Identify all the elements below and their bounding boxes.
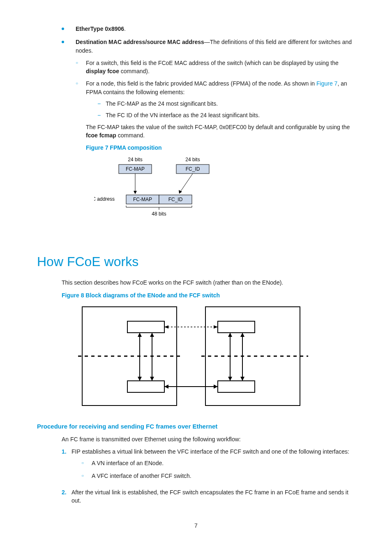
svg-rect-18 <box>218 321 255 333</box>
section-intro: This section describes how FCoE works on… <box>62 278 355 287</box>
fig7-fcid-box: FC_ID <box>186 166 200 172</box>
svg-marker-3 <box>134 191 137 194</box>
circ-prefix: For a switch, this field is the FCoE MAC… <box>86 60 339 66</box>
num-marker: 1. <box>62 447 71 484</box>
fcmap-prefix: The FC-MAP takes the value of the switch… <box>86 124 350 130</box>
bullet-icon <box>62 41 64 43</box>
dash-item: − The FC-MAP as the 24 most significant … <box>97 100 355 108</box>
figure8-caption: Figure 8 Block diagrams of the ENode and… <box>62 291 355 299</box>
circle-item: ○ For a node, this field is the fabric p… <box>76 79 355 231</box>
circle-icon: ○ <box>76 60 80 76</box>
procedure-intro: An FC frame is transmitted over Ethernet… <box>62 435 355 443</box>
fig7-fcmap-box2: FC-MAP <box>133 197 152 202</box>
dash-icon: − <box>97 111 101 119</box>
svg-marker-24 <box>150 333 154 337</box>
svg-marker-28 <box>228 377 232 381</box>
figure8-svg <box>78 303 308 410</box>
svg-rect-16 <box>127 321 164 333</box>
svg-marker-22 <box>138 377 142 381</box>
svg-marker-31 <box>240 377 244 381</box>
num-text: After the virtual link is established, t… <box>71 488 355 505</box>
bullet-text: Destination MAC address/source MAC addre… <box>76 38 355 236</box>
dash-icon: − <box>97 100 101 108</box>
numbered-list: 1. FIP establishes a virtual link betwee… <box>62 447 355 505</box>
fig7-bits-label: 24 bits <box>185 157 200 162</box>
svg-marker-37 <box>214 385 218 389</box>
procedure-subhead: Procedure for receiving and sending FC f… <box>37 422 355 431</box>
dash-list: − The FC-MAP as the 24 most significant … <box>97 100 355 120</box>
fcmap-bold: fcoe fcmap <box>86 132 116 139</box>
dash-text: The FC-MAP as the 24 most significant bi… <box>106 100 355 108</box>
figure7-caption: Figure 7 FPMA composition <box>86 144 355 152</box>
bullet-bold: EtherType 0x8906 <box>76 25 124 32</box>
bullet-text: EtherType 0x8906. <box>76 25 355 33</box>
fig7-fcmap-box: FC-MAP <box>126 166 145 172</box>
dash-text: The FC ID of the VN interface as the 24 … <box>106 111 355 119</box>
figure7-diagram: 24 bits 24 bits FC-MAP FC_ID <box>94 155 355 223</box>
circle-icon: ○ <box>81 460 85 467</box>
svg-marker-27 <box>228 333 232 337</box>
svg-line-4 <box>180 174 193 192</box>
fig7-bits-label: 24 bits <box>128 157 142 162</box>
numbered-item: 2. After the virtual link is established… <box>62 488 355 505</box>
figure7-svg: 24 bits 24 bits FC-MAP FC_ID <box>94 155 242 221</box>
svg-rect-19 <box>218 381 255 392</box>
bullet-item: Destination MAC address/source MAC addre… <box>62 38 355 236</box>
svg-marker-33 <box>164 325 168 329</box>
svg-marker-30 <box>240 333 244 337</box>
fig7-fcid-box2: FC_ID <box>168 197 183 202</box>
fcmap-paragraph: The FC-MAP takes the value of the switch… <box>86 123 355 140</box>
numbered-item: 1. FIP establishes a virtual link betwee… <box>62 447 355 484</box>
fig7-bits-bottom: 48 bits <box>152 211 166 217</box>
circle-item: ○ A VN interface of an ENode. <box>81 459 355 467</box>
circle-icon: ○ <box>76 81 80 231</box>
bullet-suffix: . <box>124 25 126 32</box>
figure-link[interactable]: Figure 7 <box>316 80 337 87</box>
svg-rect-17 <box>127 381 164 392</box>
circ-prefix: For a node, this field is the fabric pro… <box>86 80 316 87</box>
num-text: FIP establishes a virtual link between t… <box>71 447 355 484</box>
num-marker: 2. <box>62 488 71 505</box>
bullet-icon <box>62 28 64 30</box>
svg-marker-5 <box>179 190 182 194</box>
circle-text: A VN interface of an ENode. <box>92 459 355 467</box>
circle-text: A VFC interface of another FCF switch. <box>92 472 355 480</box>
fig7-mac-label: MAC address <box>94 196 115 202</box>
circle-icon: ○ <box>81 473 85 480</box>
svg-marker-36 <box>164 385 168 389</box>
circle-text: For a node, this field is the fabric pro… <box>86 79 355 231</box>
bullet-item: EtherType 0x8906. <box>62 25 355 33</box>
fcmap-suffix: command. <box>116 132 145 139</box>
figure8-diagram <box>78 303 355 412</box>
top-bullet-list: EtherType 0x8906. Destination MAC addres… <box>62 25 355 236</box>
svg-marker-34 <box>214 325 218 329</box>
circ-bold: display fcoe <box>86 68 119 74</box>
num-text-body: FIP establishes a virtual link between t… <box>71 448 349 455</box>
circle-item: ○ For a switch, this field is the FCoE M… <box>76 59 355 76</box>
bullet-bold: Destination MAC address/source MAC addre… <box>76 39 204 45</box>
circle-item: ○ A VFC interface of another FCF switch. <box>81 472 355 480</box>
circle-text: For a switch, this field is the FCoE MAC… <box>86 59 355 76</box>
circle-list: ○ For a switch, this field is the FCoE M… <box>76 59 355 232</box>
svg-marker-21 <box>138 333 142 337</box>
section-heading: How FCoE works <box>37 252 355 271</box>
page-number: 7 <box>37 521 355 530</box>
sub-circle-list: ○ A VN interface of an ENode. ○ A VFC in… <box>81 459 355 480</box>
circ-suffix: command). <box>119 68 150 74</box>
svg-marker-25 <box>150 377 154 381</box>
dash-item: − The FC ID of the VN interface as the 2… <box>97 111 355 119</box>
